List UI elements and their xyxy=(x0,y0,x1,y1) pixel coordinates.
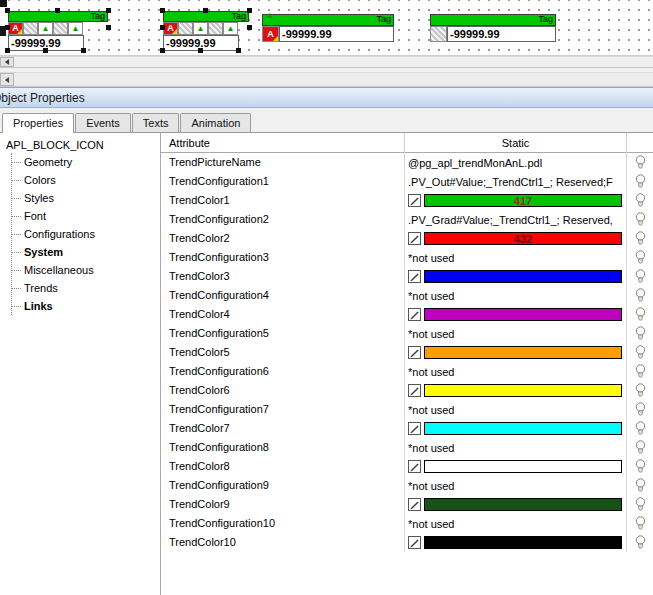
dynamics-bulb-icon[interactable] xyxy=(635,250,646,265)
selection-handle[interactable] xyxy=(160,25,165,30)
attribute-name[interactable]: TrendColor3 xyxy=(161,267,405,286)
color-picker-icon[interactable] xyxy=(408,498,421,511)
canvas-horizontal-scrollbar[interactable] xyxy=(0,56,653,68)
attribute-name[interactable]: TrendColor10 xyxy=(161,533,405,552)
attribute-value[interactable]: *not used xyxy=(408,328,454,340)
attribute-name[interactable]: TrendConfiguration7 xyxy=(161,400,405,419)
attribute-value[interactable]: @pg_apl_trendMonAnL.pdl xyxy=(408,157,542,169)
dynamics-bulb-icon[interactable] xyxy=(635,535,646,550)
scroll-left-button[interactable] xyxy=(0,57,14,67)
color-picker-icon[interactable] xyxy=(408,346,421,359)
dynamics-bulb-icon[interactable] xyxy=(635,478,646,493)
attribute-name[interactable]: TrendConfiguration1 xyxy=(161,172,405,191)
dynamics-bulb-icon[interactable] xyxy=(635,212,646,227)
color-picker-icon[interactable] xyxy=(408,308,421,321)
selection-handle[interactable] xyxy=(247,25,252,30)
color-picker-icon[interactable] xyxy=(408,460,421,473)
attribute-name[interactable]: TrendColor8 xyxy=(161,457,405,476)
tree-item-links[interactable]: Links xyxy=(12,297,160,315)
selection-handle[interactable] xyxy=(55,8,60,13)
color-picker-icon[interactable] xyxy=(408,270,421,283)
tree-root-apl-block-icon[interactable]: APL_BLOCK_ICON xyxy=(4,138,160,153)
color-swatch[interactable] xyxy=(424,460,622,473)
selection-handle[interactable] xyxy=(247,8,252,13)
color-swatch[interactable] xyxy=(424,308,622,321)
design-canvas[interactable]: Tag A ▲ ▲ -99999.99 Tag A ▲ ▲ -99999. xyxy=(0,0,653,56)
color-picker-icon[interactable] xyxy=(408,384,421,397)
apl-widget[interactable]: ▲ Tag A -99999.99 xyxy=(262,14,394,42)
attribute-value[interactable]: .PV_Grad#Value;_TrendCtrl1_; Reserved, xyxy=(408,214,613,226)
tree-item-colors[interactable]: Colors xyxy=(12,171,160,189)
dynamics-bulb-icon[interactable] xyxy=(635,155,646,170)
color-swatch[interactable]: 432 xyxy=(424,232,622,245)
color-picker-icon[interactable] xyxy=(408,536,421,549)
selection-handle[interactable] xyxy=(198,48,203,53)
tree-item-styles[interactable]: Styles xyxy=(12,189,160,207)
tree-item-trends[interactable]: Trends xyxy=(12,279,160,297)
attribute-name[interactable]: TrendConfiguration9 xyxy=(161,476,405,495)
attribute-value[interactable]: *not used xyxy=(408,442,454,454)
window-horizontal-scrollbar[interactable] xyxy=(0,72,653,87)
dynamics-bulb-icon[interactable] xyxy=(635,421,646,436)
tree-item-system[interactable]: System xyxy=(12,243,160,261)
dynamics-bulb-icon[interactable] xyxy=(635,440,646,455)
tree-item-configurations[interactable]: Configurations xyxy=(12,225,160,243)
tree-item-miscellaneous[interactable]: Miscellaneous xyxy=(12,261,160,279)
tab-texts[interactable]: Texts xyxy=(132,113,180,132)
selection-handle[interactable] xyxy=(5,25,10,30)
attribute-name[interactable]: TrendConfiguration4 xyxy=(161,286,405,305)
attribute-value[interactable]: .PV_Out#Value;_TrendCtrl1_; Reserved;F xyxy=(408,176,613,188)
attribute-name[interactable]: TrendConfiguration10 xyxy=(161,514,405,533)
tab-animation[interactable]: Animation xyxy=(180,113,251,132)
color-swatch[interactable] xyxy=(424,270,622,283)
selection-handle[interactable] xyxy=(81,48,86,53)
dynamics-bulb-icon[interactable] xyxy=(635,364,646,379)
attribute-name[interactable]: TrendColor2 xyxy=(161,229,405,248)
selection-handle[interactable] xyxy=(106,8,111,13)
attribute-name[interactable]: TrendColor6 xyxy=(161,381,405,400)
selection-handle[interactable] xyxy=(5,48,10,53)
selection-handle[interactable] xyxy=(43,48,48,53)
color-swatch[interactable] xyxy=(424,422,622,435)
selection-handle[interactable] xyxy=(203,8,208,13)
color-swatch[interactable] xyxy=(424,536,622,549)
tab-events[interactable]: Events xyxy=(75,113,131,132)
color-swatch[interactable] xyxy=(424,346,622,359)
dynamics-bulb-icon[interactable] xyxy=(635,174,646,189)
attribute-value[interactable]: *not used xyxy=(408,290,454,302)
attribute-name[interactable]: TrendConfiguration8 xyxy=(161,438,405,457)
attribute-name[interactable]: TrendColor1 xyxy=(161,191,405,210)
selection-handle[interactable] xyxy=(236,48,241,53)
dynamics-bulb-icon[interactable] xyxy=(635,326,646,341)
attribute-name[interactable]: TrendConfiguration5 xyxy=(161,324,405,343)
selection-handle[interactable] xyxy=(106,25,111,30)
dynamics-bulb-icon[interactable] xyxy=(635,288,646,303)
attribute-value[interactable]: *not used xyxy=(408,252,454,264)
color-picker-icon[interactable] xyxy=(408,194,421,207)
attribute-value[interactable]: *not used xyxy=(408,518,454,530)
selection-handle[interactable] xyxy=(160,8,165,13)
attribute-name[interactable]: TrendColor5 xyxy=(161,343,405,362)
dynamics-bulb-icon[interactable] xyxy=(635,307,646,322)
color-picker-icon[interactable] xyxy=(408,422,421,435)
tree-item-geometry[interactable]: Geometry xyxy=(12,153,160,171)
color-swatch[interactable]: 417 xyxy=(424,194,622,207)
selection-handle[interactable] xyxy=(160,48,165,53)
tree-item-font[interactable]: Font xyxy=(12,207,160,225)
attribute-name[interactable]: TrendColor4 xyxy=(161,305,405,324)
attribute-name[interactable]: TrendConfiguration2 xyxy=(161,210,405,229)
apl-widget[interactable]: Tag -99999.99 xyxy=(430,14,556,42)
selection-handle[interactable] xyxy=(0,0,7,7)
tab-properties[interactable]: Properties xyxy=(2,113,74,133)
attribute-name[interactable]: TrendConfiguration6 xyxy=(161,362,405,381)
attribute-name[interactable]: TrendConfiguration3 xyxy=(161,248,405,267)
attribute-value[interactable]: *not used xyxy=(408,404,454,416)
dynamics-bulb-icon[interactable] xyxy=(635,383,646,398)
attribute-name[interactable]: TrendColor9 xyxy=(161,495,405,514)
dynamics-bulb-icon[interactable] xyxy=(635,231,646,246)
attribute-name[interactable]: TrendColor7 xyxy=(161,419,405,438)
attribute-value[interactable]: *not used xyxy=(408,480,454,492)
attribute-name[interactable]: TrendPictureName xyxy=(161,153,405,172)
dynamics-bulb-icon[interactable] xyxy=(635,497,646,512)
color-swatch[interactable] xyxy=(424,498,622,511)
